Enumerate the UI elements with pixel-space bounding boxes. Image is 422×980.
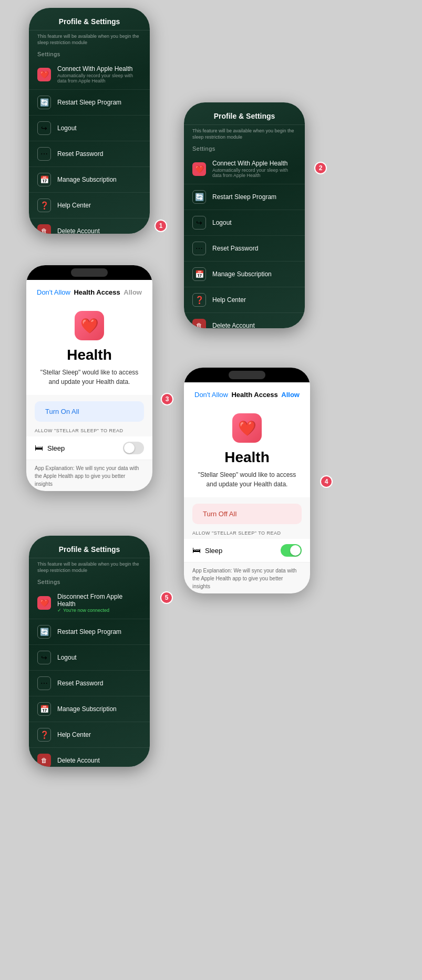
- modal2-explanation: App Explanation: We will sync your data …: [184, 562, 310, 593]
- phone3-hint: This feature will be available when you …: [29, 558, 150, 574]
- phone-frame-1: Profile & Settings This feature will be …: [29, 8, 150, 234]
- phone2-restart-icon: 🔄: [192, 190, 206, 204]
- phone1-password-item[interactable]: ⋯ Reset Password: [29, 141, 150, 167]
- phone1-settings-label: Settings: [29, 46, 150, 59]
- modal1-allow[interactable]: Allow: [123, 288, 142, 296]
- modal1-heart-icon: ❤️: [75, 311, 104, 340]
- phone2-health-sub: Automatically record your sleep with dat…: [212, 168, 296, 178]
- modal1-exp1: App Explanation: We will sync your data …: [35, 464, 144, 488]
- checkmark-icon: ✓: [57, 608, 61, 613]
- phone1-delete-label: Delete Account: [57, 227, 100, 234]
- phone1-delete-item[interactable]: 🗑 Delete Account: [29, 218, 150, 234]
- modal2-subtitle: "Stellar Sleep" would like to access and…: [184, 466, 310, 489]
- phone2-title: Profile & Settings: [184, 102, 305, 125]
- modal1-sleep-toggle[interactable]: [123, 442, 144, 454]
- phone2-health-item[interactable]: ❤️ Connect With Apple Health Automatical…: [184, 154, 305, 184]
- phone1-logout-item[interactable]: ↪ Logout: [29, 116, 150, 141]
- phone2-restart-label: Restart Sleep Program: [212, 193, 276, 201]
- modal1-section-label: ALLOW "STELLAR SLEEP" TO READ: [26, 428, 152, 436]
- modal2-dont-allow[interactable]: Don't Allow: [194, 391, 228, 399]
- annotation-circle-1: 1: [155, 220, 167, 232]
- phone3-help-label: Help Center: [57, 731, 91, 738]
- phone1-restart-label: Restart Sleep Program: [57, 99, 121, 106]
- phone2-health-icon: ❤️: [192, 162, 206, 176]
- modal1-turn-on-btn[interactable]: Turn On All: [35, 401, 144, 422]
- modal2-toggle-left: 🛏 Sleep: [192, 546, 222, 555]
- phone1-subscription-label: Manage Subscription: [57, 176, 117, 183]
- phone2-health-label: Connect With Apple Health: [212, 160, 296, 167]
- modal1-health-title: Health: [67, 347, 112, 363]
- health-modal-1: Don't Allow Health Access Allow ❤️ Healt…: [26, 265, 152, 491]
- phone3-subscription-label: Manage Subscription: [57, 705, 117, 713]
- annotation-circle-2: 2: [314, 162, 327, 174]
- phone2-password-icon: ⋯: [192, 242, 206, 255]
- modal2-heart-section: ❤️ Health "Stellar Sleep" would like to …: [184, 403, 310, 497]
- phone2-password-item[interactable]: ⋯ Reset Password: [184, 236, 305, 262]
- phone2-help-icon: ❓: [192, 293, 206, 307]
- phone2-delete-icon: 🗑: [192, 319, 206, 328]
- phone3-delete-item[interactable]: 🗑 Delete Account: [29, 748, 150, 767]
- health-modal-2: Don't Allow Health Access Allow ❤️ Healt…: [184, 368, 310, 593]
- phone1-subscription-item[interactable]: 📅 Manage Subscription: [29, 167, 150, 193]
- annotation-circle-3: 3: [161, 393, 173, 405]
- modal2-sleep-toggle[interactable]: [281, 544, 302, 557]
- modal1-sleep-toggle-row: 🛏 Sleep: [26, 436, 152, 460]
- phone2-help-item[interactable]: ❓ Help Center: [184, 287, 305, 313]
- annotation-circle-4: 4: [320, 475, 333, 488]
- phone1-subscription-icon: 📅: [37, 173, 51, 186]
- phone3-connected-text: You're now connected: [63, 608, 109, 613]
- phone3-restart-icon: 🔄: [37, 625, 51, 639]
- modal2-title: Health Access: [231, 391, 277, 399]
- phone3-password-label: Reset Password: [57, 680, 103, 687]
- phone2-settings-label: Settings: [184, 140, 305, 154]
- phone3-delete-icon: 🗑: [37, 754, 51, 767]
- modal2-sleep-toggle-row: 🛏 Sleep: [184, 539, 310, 562]
- phone3-connected-badge: ✓ You're now connected: [57, 608, 141, 613]
- phone3-health-item[interactable]: ❤️ Disconnect From Apple Health ✓ You're…: [29, 587, 150, 619]
- phone3-logout-item[interactable]: ↪ Logout: [29, 645, 150, 671]
- phone2-subscription-label: Manage Subscription: [212, 270, 272, 278]
- phone1-restart-item[interactable]: 🔄 Restart Sleep Program: [29, 90, 150, 116]
- phone-frame-2: Profile & Settings This feature will be …: [184, 102, 305, 328]
- phone1-health-sub: Automatically record your sleep with dat…: [57, 73, 141, 84]
- phone3-subscription-item[interactable]: 📅 Manage Subscription: [29, 696, 150, 722]
- phone3-password-icon: ⋯: [37, 676, 51, 690]
- phone2-delete-label: Delete Account: [212, 322, 255, 328]
- modal2-allow[interactable]: Allow: [281, 391, 300, 399]
- modal1-sleep-label: Sleep: [47, 444, 65, 452]
- modal2-section-label: ALLOW "STELLAR SLEEP" TO READ: [184, 530, 310, 539]
- phone1-password-icon: ⋯: [37, 147, 51, 161]
- phone1-help-label: Help Center: [57, 202, 91, 209]
- sleep-toggle-icon: 🛏: [35, 443, 43, 453]
- modal1-explanation: App Explanation: We will sync your data …: [26, 460, 152, 491]
- phone3-help-icon: ❓: [37, 728, 51, 742]
- modal1-dont-allow[interactable]: Don't Allow: [37, 288, 70, 296]
- modal2-health-title: Health: [224, 449, 270, 466]
- phone3-logout-icon: ↪: [37, 651, 51, 664]
- modal2-turn-off-btn[interactable]: Turn Off All: [192, 504, 302, 524]
- phone-frame-3: Profile & Settings This feature will be …: [29, 536, 150, 767]
- phone2-delete-item[interactable]: 🗑 Delete Account: [184, 313, 305, 328]
- phone3-health-icon: ❤️: [37, 596, 51, 610]
- modal2-top-bar: Don't Allow Health Access Allow: [184, 382, 310, 403]
- phone2-subscription-item[interactable]: 📅 Manage Subscription: [184, 262, 305, 287]
- phone1-title: Profile & Settings: [29, 8, 150, 30]
- modal2-exp1: App Explanation: We will sync your data …: [192, 567, 302, 590]
- phone3-password-item[interactable]: ⋯ Reset Password: [29, 671, 150, 696]
- modal1-title: Health Access: [74, 288, 120, 296]
- phone1-health-item[interactable]: ❤️ Connect With Apple Health Automatical…: [29, 59, 150, 90]
- phone2-hint: This feature will be available when you …: [184, 125, 305, 140]
- phone1-health-icon: ❤️: [37, 68, 51, 81]
- phone2-logout-item[interactable]: ↪ Logout: [184, 210, 305, 236]
- phone3-restart-item[interactable]: 🔄 Restart Sleep Program: [29, 619, 150, 645]
- modal1-toggle-knob: [124, 443, 135, 453]
- phone1-hint: This feature will be available when you …: [29, 30, 150, 46]
- phone2-help-label: Help Center: [212, 296, 246, 304]
- phone1-health-label: Connect With Apple Health: [57, 65, 141, 72]
- phone1-logout-label: Logout: [57, 124, 77, 132]
- phone3-help-item[interactable]: ❓ Help Center: [29, 722, 150, 748]
- phone1-help-item[interactable]: ❓ Help Center: [29, 193, 150, 218]
- phone2-subscription-icon: 📅: [192, 267, 206, 281]
- modal1-toggle-left: 🛏 Sleep: [35, 443, 65, 453]
- phone2-restart-item[interactable]: 🔄 Restart Sleep Program: [184, 184, 305, 210]
